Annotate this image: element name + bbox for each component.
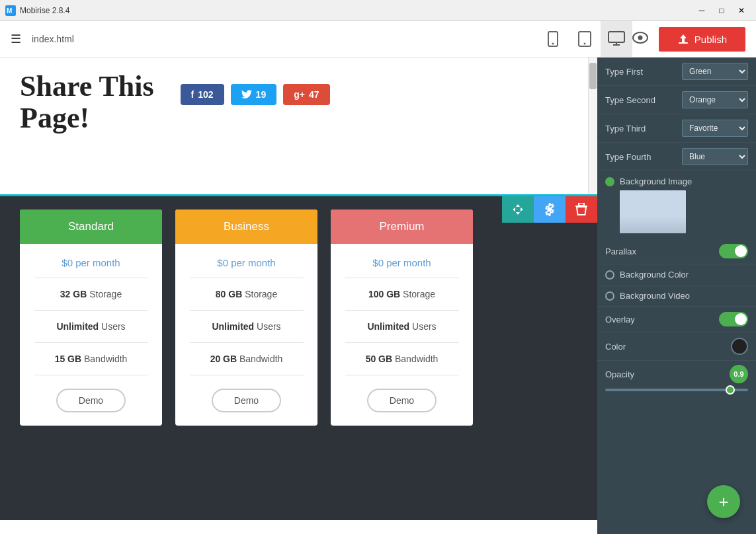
share-title-text: Share This Page! [20, 71, 154, 135]
minimize-button[interactable]: ─ [693, 4, 711, 17]
twitter-button[interactable]: 19 [231, 84, 277, 105]
pricing-card-standard: Standard $0 per month 32 GB Storage Unli… [20, 210, 162, 426]
svg-point-3 [552, 43, 554, 45]
users-business: Unlimited Users [175, 313, 317, 340]
main-area: Share This Page! f 102 19 g+ 47 [0, 57, 756, 534]
canvas-scrollbar[interactable] [588, 57, 597, 194]
overlay-row: Overlay [597, 307, 756, 332]
overlay-toggle[interactable] [719, 312, 748, 326]
file-name: index.html [32, 34, 537, 44]
divider [34, 310, 148, 311]
bg-color-row: Background Color [597, 264, 756, 286]
svg-point-10 [638, 35, 642, 40]
bg-image-svg [620, 190, 686, 233]
app-icon: M [5, 5, 16, 16]
bg-video-label: Background Video [620, 291, 748, 301]
type-third-row: Type Third Favorite Green Red Blue [597, 114, 756, 143]
divider [345, 375, 459, 375]
top-bar: ☰ index.html [0, 21, 756, 57]
type-first-label: Type First [605, 67, 677, 77]
pricing-section: Standard $0 per month 32 GB Storage Unli… [0, 196, 597, 520]
bg-image-radio[interactable] [605, 177, 614, 186]
trash-icon [575, 203, 587, 216]
device-switcher [537, 21, 632, 57]
right-panel: Type First Green Red Blue Orange Type Se… [597, 57, 756, 534]
maximize-button[interactable]: □ [712, 4, 731, 17]
reorder-button[interactable] [502, 196, 534, 223]
bg-video-radio[interactable] [605, 291, 614, 301]
bg-image-thumb[interactable] [620, 190, 686, 233]
fab-icon: + [718, 492, 728, 512]
divider [34, 278, 148, 278]
desktop-icon [608, 31, 625, 47]
card-price-standard: $0 per month [62, 244, 120, 275]
tablet-view-button[interactable] [569, 21, 601, 57]
delete-button[interactable] [566, 196, 597, 223]
svg-rect-23 [650, 223, 651, 230]
card-price-premium: $0 per month [372, 244, 431, 275]
parallax-row: Parallax [597, 239, 756, 264]
settings-button[interactable] [534, 196, 566, 223]
type-second-row: Type Second Orange Green Red Blue [597, 86, 756, 114]
card-price-business: $0 per month [217, 244, 275, 275]
close-button[interactable]: ✕ [732, 4, 751, 17]
googleplus-button[interactable]: g+ 47 [283, 84, 329, 105]
svg-point-21 [654, 197, 671, 211]
divider [345, 278, 459, 278]
svg-line-17 [656, 210, 661, 233]
publish-button[interactable]: Publish [659, 27, 745, 52]
svg-point-24 [649, 220, 653, 224]
card-header-business: Business [175, 210, 317, 244]
share-section: Share This Page! f 102 19 g+ 47 [0, 57, 597, 196]
pricing-card-premium: Premium $0 per month 100 GB Storage Unli… [331, 210, 473, 426]
pricing-card-business: Business $0 per month 80 GB Storage Unli… [175, 210, 317, 426]
divider [190, 342, 304, 343]
svg-point-22 [660, 201, 674, 210]
storage-premium: 100 GB Storage [331, 281, 473, 307]
arrows-icon [511, 203, 525, 216]
menu-icon[interactable]: ☰ [11, 32, 21, 46]
opacity-label: Opacity [605, 369, 730, 379]
type-second-label: Type Second [605, 95, 677, 105]
divider [34, 342, 148, 343]
type-fourth-label: Type Fourth [605, 152, 677, 162]
users-standard: Unlimited Users [20, 313, 162, 340]
pricing-cards-container: Standard $0 per month 32 GB Storage Unli… [20, 210, 562, 426]
color-swatch[interactable] [731, 338, 748, 355]
title-bar: M Mobirise 2.8.4 ─ □ ✕ [0, 0, 756, 21]
svg-rect-15 [620, 190, 686, 233]
fab-button[interactable]: + [707, 485, 740, 518]
type-first-select[interactable]: Green Red Blue Orange [682, 63, 748, 80]
eye-icon [632, 32, 648, 44]
social-buttons: f 102 19 g+ 47 [181, 84, 330, 105]
users-premium: Unlimited Users [331, 313, 473, 340]
demo-button-premium[interactable]: Demo [367, 389, 437, 412]
bg-color-radio[interactable] [605, 270, 614, 280]
demo-button-standard[interactable]: Demo [56, 389, 126, 412]
svg-text:M: M [7, 7, 12, 15]
color-label: Color [605, 342, 726, 352]
type-fourth-select[interactable]: Blue Green Red Orange [682, 148, 748, 165]
bandwidth-standard: 15 GB Bandwidth [20, 346, 162, 372]
opacity-label-row: Opacity 0.9 [605, 365, 748, 383]
preview-button[interactable] [632, 32, 648, 47]
svg-line-18 [663, 207, 666, 233]
type-third-select[interactable]: Favorite Green Red Blue [682, 120, 748, 137]
scrollbar-thumb [589, 63, 597, 89]
canvas-area: Share This Page! f 102 19 g+ 47 [0, 57, 597, 534]
opacity-slider[interactable] [605, 389, 748, 391]
parallax-toggle[interactable] [719, 244, 748, 258]
bandwidth-premium: 50 GB Bandwidth [331, 346, 473, 372]
mobile-view-button[interactable] [537, 21, 569, 57]
divider [190, 310, 304, 311]
desktop-view-button[interactable] [601, 21, 632, 57]
facebook-button[interactable]: f 102 [181, 84, 224, 105]
type-second-select[interactable]: Orange Green Red Blue [682, 91, 748, 108]
divider [345, 342, 459, 343]
svg-rect-14 [579, 203, 584, 206]
section-toolbar [502, 196, 597, 223]
demo-button-business[interactable]: Demo [212, 389, 281, 412]
opacity-row: Opacity 0.9 [597, 361, 756, 395]
overlay-label: Overlay [605, 315, 714, 324]
twitter-icon [241, 90, 252, 99]
